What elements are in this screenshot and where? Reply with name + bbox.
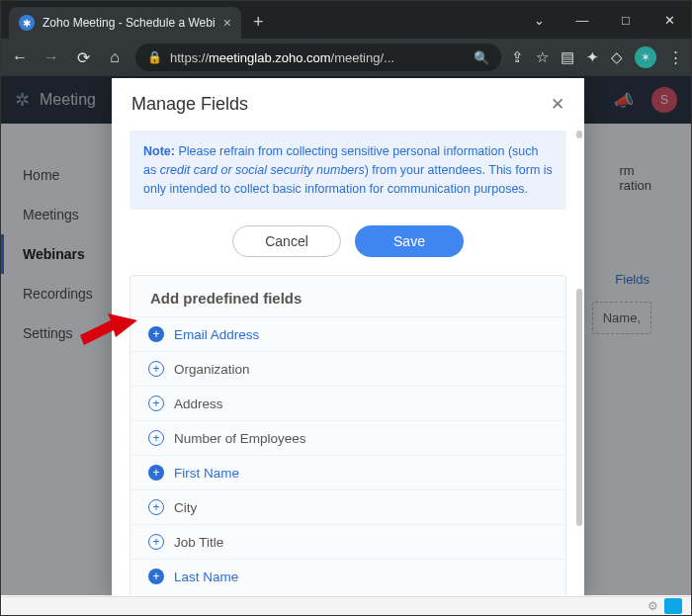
- save-button[interactable]: Save: [355, 225, 464, 257]
- note-box: Note: Please refrain from collecting sen…: [130, 131, 566, 210]
- field-label: Organization: [174, 362, 250, 377]
- note-italic: credit card or social security numbers: [160, 163, 365, 177]
- window-dropdown-icon[interactable]: ⌄: [517, 1, 561, 39]
- url-text: https://meetinglab.zoho.com/meeting/...: [170, 50, 466, 65]
- field-row-email[interactable]: + Email Address: [130, 316, 565, 351]
- footer-chat-icon[interactable]: [664, 598, 682, 614]
- modal-header: Manage Fields ✕: [112, 78, 584, 131]
- note-label: Note:: [143, 144, 175, 158]
- manage-fields-modal: Manage Fields ✕ Note: Please refrain fro…: [112, 78, 584, 596]
- window-close-icon[interactable]: ✕: [648, 1, 691, 39]
- field-label: City: [174, 500, 197, 515]
- predefined-fields-panel: Add predefined fields + Email Address + …: [130, 275, 566, 596]
- reader-icon[interactable]: ▤: [561, 48, 574, 66]
- scrollbar-thumb[interactable]: [576, 289, 582, 526]
- fields-section-title: Add predefined fields: [130, 276, 565, 316]
- field-row-city[interactable]: + City: [130, 489, 565, 524]
- share-icon[interactable]: ⇪: [511, 48, 524, 66]
- back-icon[interactable]: ←: [9, 48, 31, 66]
- field-label: Job Title: [174, 535, 223, 550]
- modal-body: Note: Please refrain from collecting sen…: [112, 131, 584, 596]
- field-label: Number of Employees: [174, 431, 306, 446]
- plus-icon: +: [148, 569, 164, 584]
- field-row-organization[interactable]: + Organization: [130, 351, 565, 386]
- window-title-bar: ✱ Zoho Meeting - Schedule a Webi × + ⌄ —…: [1, 1, 691, 39]
- tab-close-icon[interactable]: ×: [223, 15, 231, 31]
- plus-icon: +: [148, 465, 164, 481]
- star-icon[interactable]: ☆: [536, 48, 549, 66]
- field-row-employees[interactable]: + Number of Employees: [130, 420, 565, 455]
- lock-icon: 🔒: [147, 50, 162, 64]
- field-label: First Name: [174, 466, 239, 481]
- search-url-icon[interactable]: 🔍: [474, 50, 489, 65]
- modal-title: Manage Fields: [131, 94, 248, 115]
- home-icon[interactable]: ⌂: [104, 48, 126, 66]
- plus-icon: +: [148, 430, 164, 446]
- plus-icon: +: [148, 396, 164, 411]
- reload-icon[interactable]: ⟳: [72, 48, 94, 67]
- window-controls: ⌄ — □ ✕: [517, 1, 691, 39]
- url-input[interactable]: 🔒 https://meetinglab.zoho.com/meeting/..…: [135, 44, 501, 71]
- button-row: Cancel Save: [130, 225, 566, 257]
- extensions-icon[interactable]: ✦: [586, 48, 599, 66]
- address-bar: ← → ⟳ ⌂ 🔒 https://meetinglab.zoho.com/me…: [1, 39, 691, 76]
- extension-badge[interactable]: ✶: [635, 46, 656, 68]
- field-row-last-name[interactable]: + Last Name: [130, 559, 565, 593]
- footer-settings-icon[interactable]: ⚙: [648, 599, 658, 613]
- field-row-first-name[interactable]: + First Name: [130, 455, 565, 489]
- profile-icon[interactable]: ◇: [611, 48, 623, 66]
- browser-tab[interactable]: ✱ Zoho Meeting - Schedule a Webi ×: [9, 7, 241, 39]
- plus-icon: +: [148, 361, 164, 377]
- field-label: Last Name: [174, 570, 238, 584]
- new-tab-button[interactable]: +: [241, 12, 276, 39]
- field-label: Address: [174, 396, 223, 411]
- tab-title: Zoho Meeting - Schedule a Webi: [43, 16, 216, 30]
- cancel-button[interactable]: Cancel: [232, 225, 341, 257]
- plus-icon: +: [148, 534, 164, 550]
- field-label: Email Address: [174, 327, 259, 342]
- field-row-job-title[interactable]: + Job Title: [130, 524, 565, 559]
- window-maximize-icon[interactable]: □: [604, 1, 648, 39]
- scrollbar-thumb[interactable]: [576, 131, 582, 138]
- window-minimize-icon[interactable]: —: [561, 1, 604, 39]
- plus-icon: +: [148, 326, 164, 342]
- forward-icon[interactable]: →: [41, 48, 62, 66]
- footer-bar: ⚙: [2, 596, 690, 615]
- tab-favicon: ✱: [19, 15, 35, 31]
- field-row-address[interactable]: + Address: [130, 386, 565, 420]
- close-icon[interactable]: ✕: [551, 94, 564, 115]
- menu-icon[interactable]: ⋮: [668, 48, 683, 66]
- plus-icon: +: [148, 499, 164, 515]
